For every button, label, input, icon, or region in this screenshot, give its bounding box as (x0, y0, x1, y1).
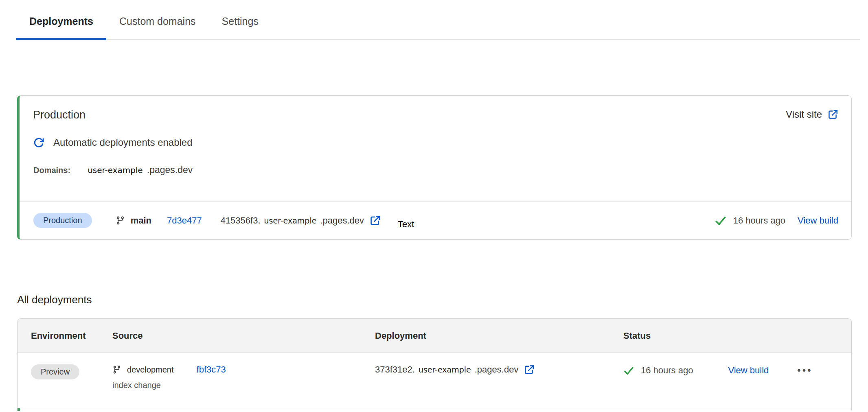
commit-link[interactable]: fbf3c73 (197, 364, 226, 375)
view-build-link[interactable]: View build (728, 365, 769, 376)
deployment-url-prefix: 373f31e2. (375, 364, 415, 375)
production-title: Production (33, 109, 85, 121)
tab-settings[interactable]: Settings (209, 14, 272, 39)
deployment-url-name: user-example (419, 365, 471, 374)
column-header-source: Source (112, 331, 375, 341)
deployment-url-prefix: 415356f3. (221, 215, 261, 226)
production-card: Production Visit site Automatic deployme… (17, 95, 852, 240)
table-header-row: Environment Source Deployment Status (18, 319, 851, 353)
more-menu-button[interactable]: ••• (797, 364, 812, 377)
tab-bar: Deployments Custom domains Settings (16, 0, 860, 40)
auto-deploy-refresh-icon (33, 137, 44, 148)
domains-label: Domains: (33, 166, 70, 175)
git-branch-icon (112, 365, 121, 374)
visit-site-link[interactable]: Visit site (786, 109, 838, 120)
commit-link[interactable]: 7d3e477 (167, 215, 202, 226)
next-row-partial (18, 408, 851, 411)
status-time: 16 hours ago (641, 365, 693, 376)
git-branch-icon (116, 216, 125, 225)
view-build-link[interactable]: View build (798, 215, 838, 226)
status-time: 16 hours ago (733, 215, 785, 226)
all-deployments-heading: All deployments (17, 294, 868, 306)
annotation-text: Text (398, 219, 414, 230)
column-header-environment: Environment (31, 331, 112, 341)
environment-badge-preview: Preview (31, 364, 79, 379)
column-header-status: Status (623, 331, 851, 341)
deployment-external-link-icon[interactable] (524, 364, 535, 375)
column-header-deployment: Deployment (375, 331, 623, 341)
commit-message: index change (112, 381, 375, 390)
domain-name: user-example (88, 165, 143, 175)
production-deployment-row: Production main 7d3e477 415356f3. user-e… (20, 201, 851, 239)
deployment-url-suffix: .pages.dev (475, 364, 519, 375)
domain-suffix: .pages.dev (147, 164, 193, 175)
tab-deployments[interactable]: Deployments (16, 14, 106, 39)
branch-name: development (127, 365, 174, 375)
deployments-table: Environment Source Deployment Status Pre… (17, 318, 852, 411)
deployment-url-suffix: .pages.dev (320, 215, 364, 226)
automatic-deployments-text: Automatic deployments enabled (53, 137, 193, 148)
external-link-icon (828, 109, 838, 120)
visit-site-label: Visit site (786, 109, 822, 120)
deployment-external-link-icon[interactable] (370, 215, 381, 226)
production-row-green-indicator (18, 408, 20, 411)
deployment-url-name: user-example (264, 216, 317, 225)
success-check-icon (623, 365, 634, 376)
success-check-icon (715, 215, 727, 227)
tab-custom-domains[interactable]: Custom domains (106, 14, 209, 39)
environment-badge-production: Production (33, 213, 92, 228)
table-row: Preview development fbf3c73 index change… (18, 353, 851, 408)
branch-name: main (131, 215, 151, 226)
